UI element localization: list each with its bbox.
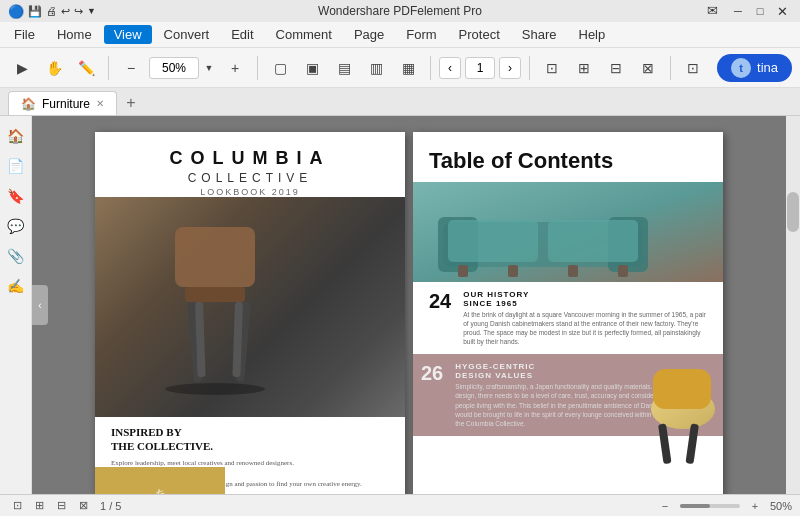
single-page-view-button[interactable]: ▢ bbox=[266, 54, 294, 82]
svg-rect-18 bbox=[653, 369, 711, 409]
sidebar-bookmark-icon[interactable]: 🔖 bbox=[4, 184, 28, 208]
page-prev-button[interactable]: ‹ bbox=[439, 57, 461, 79]
zoom-out-button[interactable]: − bbox=[117, 54, 145, 82]
zoom-in-status-button[interactable]: + bbox=[746, 497, 764, 515]
brand-logo-icon: ℏ bbox=[155, 486, 166, 494]
redo-icon[interactable]: ↪ bbox=[74, 5, 83, 18]
two-continuous-view-button[interactable]: ▥ bbox=[362, 54, 390, 82]
page-next-button[interactable]: › bbox=[499, 57, 521, 79]
status-single-page-icon[interactable]: ⊡ bbox=[8, 497, 26, 515]
undo-icon[interactable]: ↩ bbox=[61, 5, 70, 18]
sidebar-attachment-icon[interactable]: 📎 bbox=[4, 244, 28, 268]
toc-entry-2-section: 26 HYGGE-CENTRICDESIGN VALUES Simplicity… bbox=[413, 354, 723, 435]
toc-title: Table of Contents bbox=[413, 132, 723, 182]
chair-image bbox=[95, 197, 405, 417]
continuous-view-button[interactable]: ▣ bbox=[298, 54, 326, 82]
menu-bar: File Home View Convert Edit Comment Page… bbox=[0, 22, 800, 48]
page-number-input[interactable] bbox=[465, 57, 495, 79]
menu-page[interactable]: Page bbox=[344, 25, 394, 44]
edit-tool-button[interactable]: ✏️ bbox=[72, 54, 100, 82]
quick-print-icon[interactable]: 🖨 bbox=[46, 5, 57, 17]
document-area: ‹ COLUMBIA COLLECTIVE LOOKBOOK 2019 bbox=[32, 116, 786, 494]
menu-form[interactable]: Form bbox=[396, 25, 446, 44]
tab-furniture[interactable]: 🏠 Furniture ✕ bbox=[8, 91, 117, 115]
zoom-dropdown-button[interactable]: ▼ bbox=[201, 54, 217, 82]
zoom-in-button[interactable]: + bbox=[221, 54, 249, 82]
right-scrollbar[interactable] bbox=[786, 116, 800, 494]
toolbar-separator-2 bbox=[257, 56, 258, 80]
zoom-out-status-button[interactable]: − bbox=[656, 497, 674, 515]
svg-rect-14 bbox=[508, 265, 518, 277]
minimize-button[interactable]: ─ bbox=[728, 3, 748, 19]
window-title: Wondershare PDFelement Pro bbox=[318, 4, 482, 18]
yellow-chair-image bbox=[633, 354, 723, 435]
status-grid-icon[interactable]: ⊠ bbox=[74, 497, 92, 515]
sidebar-comment-icon[interactable]: 💬 bbox=[4, 214, 28, 238]
status-continuous-icon[interactable]: ⊞ bbox=[30, 497, 48, 515]
sidebar-pages-icon[interactable]: 📄 bbox=[4, 154, 28, 178]
zoom-slider-fill bbox=[680, 504, 710, 508]
menu-share[interactable]: Share bbox=[512, 25, 567, 44]
compare-button[interactable]: ⊡ bbox=[679, 54, 707, 82]
status-two-page-icon[interactable]: ⊟ bbox=[52, 497, 70, 515]
zoom-control: ▼ bbox=[149, 54, 217, 82]
sidebar-home-icon[interactable]: 🏠 bbox=[4, 124, 28, 148]
scrollbar-thumb[interactable] bbox=[787, 192, 799, 232]
toolbar: ▶ ✋ ✏️ − ▼ + ▢ ▣ ▤ ▥ ▦ ‹ › ⊡ ⊞ ⊟ ⊠ ⊡ t t… bbox=[0, 48, 800, 88]
menu-home[interactable]: Home bbox=[47, 25, 102, 44]
status-bar-right: − + 50% bbox=[656, 497, 792, 515]
status-bar: ⊡ ⊞ ⊟ ⊠ 1 / 5 − + 50% bbox=[0, 494, 800, 516]
window-controls: ✉ ─ □ ✕ bbox=[707, 3, 792, 19]
left-panel-collapse-button[interactable]: ‹ bbox=[32, 285, 48, 325]
inspired-title: INSPIRED BYTHE COLLECTIVE. bbox=[111, 425, 389, 454]
toc-entry-1: 24 OUR HISTORYSINCE 1965 At the brink of… bbox=[413, 282, 723, 354]
menu-file[interactable]: File bbox=[4, 25, 45, 44]
pdf-page-right: Table of Contents bbox=[413, 132, 723, 494]
sofa-image bbox=[413, 182, 723, 282]
chair-svg bbox=[95, 197, 405, 417]
svg-rect-12 bbox=[548, 220, 638, 262]
svg-rect-15 bbox=[568, 265, 578, 277]
gold-accent-block: ℏ bbox=[95, 467, 225, 494]
new-tab-button[interactable]: + bbox=[121, 93, 141, 113]
split-view-button[interactable]: ⊟ bbox=[602, 54, 630, 82]
menu-help[interactable]: Help bbox=[569, 25, 616, 44]
zoom-slider[interactable] bbox=[680, 504, 740, 508]
status-view-icons: ⊡ ⊞ ⊟ ⊠ bbox=[8, 497, 92, 515]
zoom-input[interactable] bbox=[149, 57, 199, 79]
user-name-label: tina bbox=[757, 60, 778, 75]
menu-convert[interactable]: Convert bbox=[154, 25, 220, 44]
fit-width-button[interactable]: ▦ bbox=[394, 54, 422, 82]
actual-size-button[interactable]: ⊞ bbox=[570, 54, 598, 82]
toc-heading-1: OUR HISTORYSINCE 1965 bbox=[463, 290, 707, 308]
page-lookbook: LOOKBOOK 2019 bbox=[95, 187, 405, 197]
mail-icon[interactable]: ✉ bbox=[707, 3, 718, 19]
toolbar-separator-4 bbox=[529, 56, 530, 80]
maximize-button[interactable]: □ bbox=[750, 3, 770, 19]
grid-view-button[interactable]: ⊠ bbox=[634, 54, 662, 82]
menu-view[interactable]: View bbox=[104, 25, 152, 44]
toolbar-separator-1 bbox=[108, 56, 109, 80]
menu-protect[interactable]: Protect bbox=[449, 25, 510, 44]
left-sidebar: 🏠 📄 🔖 💬 📎 ✍ bbox=[0, 116, 32, 494]
two-page-view-button[interactable]: ▤ bbox=[330, 54, 358, 82]
select-tool-button[interactable]: ▶ bbox=[8, 54, 36, 82]
tab-close-button[interactable]: ✕ bbox=[96, 98, 104, 109]
page-navigation: ‹ › bbox=[439, 57, 521, 79]
user-account-button[interactable]: t tina bbox=[717, 54, 792, 82]
hand-tool-button[interactable]: ✋ bbox=[40, 54, 68, 82]
app-icon: 🔵 bbox=[8, 4, 24, 19]
sofa-svg bbox=[413, 182, 723, 282]
menu-comment[interactable]: Comment bbox=[266, 25, 342, 44]
status-bar-left: ⊡ ⊞ ⊟ ⊠ 1 / 5 bbox=[8, 497, 121, 515]
close-button[interactable]: ✕ bbox=[772, 3, 792, 19]
menu-edit[interactable]: Edit bbox=[221, 25, 263, 44]
page-title: COLUMBIA bbox=[95, 148, 405, 169]
toolbar-separator-3 bbox=[430, 56, 431, 80]
sidebar-signature-icon[interactable]: ✍ bbox=[4, 274, 28, 298]
tab-home-icon: 🏠 bbox=[21, 97, 36, 111]
svg-rect-1 bbox=[185, 287, 245, 302]
dropdown-arrow-icon[interactable]: ▼ bbox=[87, 6, 96, 16]
fit-page-button[interactable]: ⊡ bbox=[538, 54, 566, 82]
quick-save-icon[interactable]: 💾 bbox=[28, 5, 42, 18]
